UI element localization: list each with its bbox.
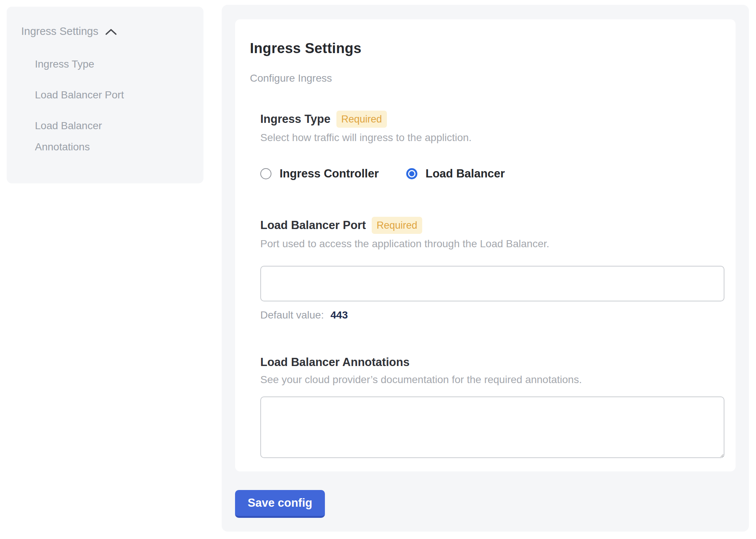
field-ingress-type: Ingress Type Required Select how traffic… xyxy=(260,111,725,180)
settings-nav-sidebar: Ingress Settings Ingress Type Load Balan… xyxy=(7,7,203,183)
ingress-type-label: Ingress Type xyxy=(260,112,330,127)
page-subtitle: Configure Ingress xyxy=(250,71,736,85)
page-title: Ingress Settings xyxy=(250,40,736,56)
radio-selected-icon[interactable] xyxy=(406,168,417,179)
required-badge: Required xyxy=(336,111,387,128)
load-balancer-annotations-description: See your cloud provider’s documentation … xyxy=(260,373,725,386)
sidebar-item-ingress-type[interactable]: Ingress Type xyxy=(35,53,192,75)
load-balancer-annotations-label: Load Balancer Annotations xyxy=(260,355,410,370)
ingress-type-description: Select how traffic will ingress to the a… xyxy=(260,131,725,144)
default-value: 443 xyxy=(330,309,348,321)
sidebar-item-list: Ingress Type Load Balancer Port Load Bal… xyxy=(21,53,192,157)
sidebar-item-load-balancer-port[interactable]: Load Balancer Port xyxy=(35,84,192,105)
field-load-balancer-annotations: Load Balancer Annotations See your cloud… xyxy=(260,355,725,458)
field-label-row: Load Balancer Port Required xyxy=(260,217,725,234)
load-balancer-port-input[interactable] xyxy=(260,266,724,301)
form-fields: Ingress Type Required Select how traffic… xyxy=(260,111,725,458)
radio-label-ingress-controller: Ingress Controller xyxy=(280,167,379,180)
settings-panel: Ingress Settings Configure Ingress Ingre… xyxy=(222,5,749,532)
chevron-up-icon[interactable] xyxy=(105,28,117,36)
load-balancer-port-label: Load Balancer Port xyxy=(260,218,366,233)
default-value-line: Default value: 443 xyxy=(260,309,725,321)
field-label-row: Load Balancer Annotations xyxy=(260,355,725,370)
ingress-settings-card: Ingress Settings Configure Ingress Ingre… xyxy=(235,19,736,471)
app-root: Ingress Settings Ingress Type Load Balan… xyxy=(0,0,756,539)
radio-option-ingress-controller[interactable]: Ingress Controller xyxy=(260,167,379,180)
sidebar-section-label: Ingress Settings xyxy=(21,24,98,39)
ingress-type-radio-group: Ingress Controller Load Balancer xyxy=(260,167,725,180)
save-config-button[interactable]: Save config xyxy=(235,490,325,518)
load-balancer-annotations-textarea[interactable] xyxy=(260,396,724,458)
default-value-label: Default value: xyxy=(260,309,324,321)
sidebar-item-load-balancer-annotations[interactable]: Load Balancer Annotations xyxy=(35,115,150,157)
radio-unselected-icon[interactable] xyxy=(260,168,271,179)
load-balancer-port-description: Port used to access the application thro… xyxy=(260,238,725,250)
field-load-balancer-port: Load Balancer Port Required Port used to… xyxy=(260,217,725,321)
required-badge: Required xyxy=(372,217,422,234)
radio-label-load-balancer: Load Balancer xyxy=(426,167,505,180)
sidebar-section-toggle[interactable]: Ingress Settings xyxy=(21,24,192,39)
radio-option-load-balancer[interactable]: Load Balancer xyxy=(406,167,505,180)
field-label-row: Ingress Type Required xyxy=(260,111,725,128)
